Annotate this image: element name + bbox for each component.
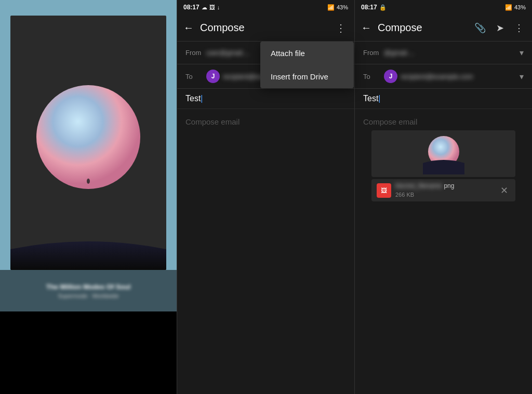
svg-point-1 [87,179,90,184]
left-phone-screen: 08:17 ☁ 🖼 ↓ 📶 43% ← Compose ⋮ From user@… [177,0,354,394]
right-lock-icon: 🔒 [379,4,387,11]
left-compose-placeholder: Compose email [185,117,240,126]
left-status-bar: 08:17 ☁ 🖼 ↓ 📶 43% [177,0,354,15]
left-more-button[interactable]: ⋮ [334,20,348,36]
attach-close-button[interactable]: ✕ [498,183,510,198]
right-to-dropdown-icon[interactable]: ▾ [520,72,524,81]
right-status-bar: 08:17 🔒 📶 43% [355,0,532,15]
left-download-icon: ↓ [217,4,220,10]
left-subject-field[interactable]: Test [177,89,354,109]
attach-file-type-icon: 🖼 [377,183,391,198]
right-from-value[interactable]: @gmail.... [384,49,520,57]
album-art [10,16,166,270]
right-to-label: To [363,73,384,80]
left-back-button[interactable]: ← [183,22,194,34]
right-toolbar-title: Compose [378,22,466,34]
right-battery-percent: 43% [514,4,526,10]
attachment-preview-inner [371,130,515,177]
right-more-button[interactable]: ⋮ [512,20,526,36]
left-image-icon: 🖼 [209,4,215,10]
attach-details: blurred_filename png 266 KB [395,182,498,198]
left-to-avatar: J [206,70,220,83]
attachment-image-preview [371,130,515,177]
attach-size: 266 KB [395,192,414,198]
right-attach-button[interactable]: 📎 [472,20,488,36]
attach-file-option[interactable]: Attach file [260,42,354,65]
insert-from-drive-option[interactable]: Insert from Drive [260,65,354,88]
left-to-label: To [185,73,206,80]
left-status-left: 08:17 ☁ 🖼 ↓ [183,4,220,11]
left-wifi-icon: 📶 [327,4,335,11]
right-status-right: 📶 43% [505,4,526,11]
left-status-time: 08:17 [183,4,200,11]
music-panel: The Million Modes Of Soul Supermode · Wo… [0,0,177,311]
right-from-label: From [363,49,384,57]
music-title: The Million Modes Of Soul [46,283,131,291]
phones-container: 08:17 ☁ 🖼 ↓ 📶 43% ← Compose ⋮ From user@… [177,0,532,394]
left-compose-area[interactable]: Compose email [177,109,354,394]
music-info: The Million Modes Of Soul Supermode · Wo… [0,270,177,311]
right-compose-placeholder: Compose email [363,117,417,126]
right-wifi-icon: 📶 [505,4,512,11]
left-cloud-icon: ☁ [202,4,207,11]
right-status-time: 08:17 [361,4,377,11]
left-subject-input[interactable]: Test [185,94,203,103]
right-from-field: From @gmail.... ▾ [355,42,532,64]
music-artist: Supermode · Worldwide [58,293,118,299]
right-subject-input[interactable]: Test [363,94,381,103]
right-to-avatar: J [384,70,397,83]
right-compose-area[interactable]: Compose email [355,109,532,394]
right-back-button[interactable]: ← [361,22,371,34]
attachment-info-bar: 🖼 blurred_filename png 266 KB ✕ [371,179,515,201]
right-toolbar: ← Compose 📎 ➤ ⋮ [355,15,532,42]
right-to-value[interactable]: recipient@example.com [401,73,520,80]
right-from-dropdown-icon[interactable]: ▾ [520,48,524,58]
left-from-label: From [185,49,206,57]
svg-point-0 [36,85,140,189]
attach-extension: png [444,182,454,189]
right-status-left: 08:17 🔒 [361,4,387,11]
left-status-right: 📶 43% [327,4,348,11]
right-phone-screen: 08:17 🔒 📶 43% ← Compose 📎 ➤ ⋮ From @gmai… [354,0,532,394]
right-to-field: To J recipient@example.com ▾ [355,64,532,89]
left-dropdown-menu: Attach file Insert from Drive [260,42,354,88]
attach-filename: blurred_filename [395,182,442,189]
attachment-container: 🖼 blurred_filename png 266 KB ✕ [371,130,515,201]
album-sphere [10,16,166,270]
right-subject-field[interactable]: Test [355,89,532,109]
left-toolbar: ← Compose ⋮ [177,15,354,42]
right-send-button[interactable]: ➤ [494,20,506,36]
left-battery-percent: 43% [337,4,348,10]
left-toolbar-title: Compose [200,22,327,34]
